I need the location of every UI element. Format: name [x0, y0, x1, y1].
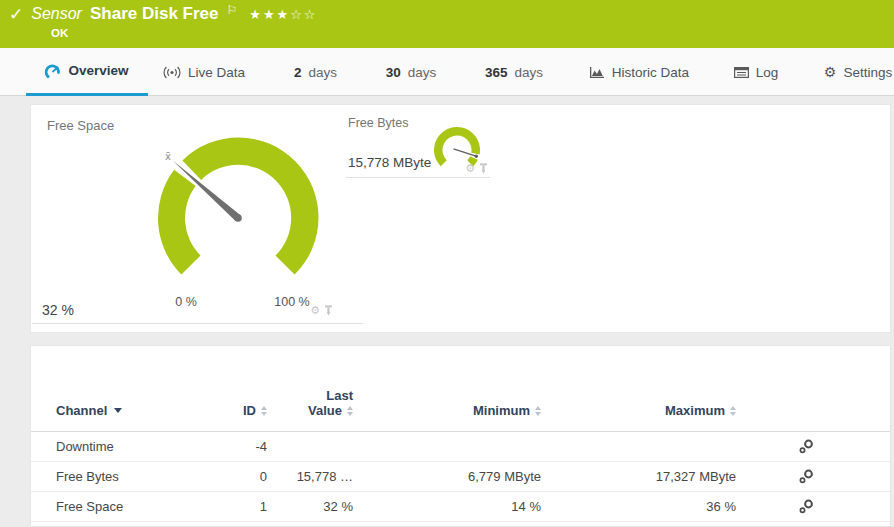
tab-label: Historic Data [612, 65, 689, 80]
edit-channel-button[interactable] [736, 469, 814, 484]
tab-number: 2 [294, 65, 302, 80]
tab-label: Overview [68, 63, 128, 78]
sensor-title: Share Disk Free [90, 4, 219, 24]
channel-settings-gears-icon [799, 469, 814, 484]
tab-label: days [515, 65, 544, 80]
channel-name[interactable]: Free Space [56, 499, 206, 514]
tab-365-days[interactable]: 365days [478, 48, 550, 96]
live-data-icon [163, 66, 181, 79]
tab-label: days [408, 65, 437, 80]
flag-icon[interactable]: ⚐ [226, 3, 237, 17]
column-label: Value [308, 403, 342, 418]
edit-channel-button[interactable] [736, 499, 814, 514]
tab-overview[interactable]: Overview [26, 48, 148, 96]
tab-bar: Overview Live Data 2days 30days 365days … [0, 48, 894, 96]
tab-settings[interactable]: ⚙ Settings [822, 48, 894, 96]
channel-name[interactable]: Free Bytes [56, 469, 206, 484]
overview-gauges-panel: Free Space x̄ 0 % 100 % 32 % ⚙ Fr [30, 104, 891, 333]
column-label: Channel [56, 403, 107, 418]
tab-label: Log [756, 65, 779, 80]
table-row-free-space: Free Space 1 32 % 14 % 36 % [31, 492, 890, 522]
channel-settings-gears-icon [799, 439, 814, 454]
log-icon [734, 67, 749, 78]
column-label: Last [326, 388, 353, 403]
channel-id: 0 [206, 469, 267, 484]
tab-historic-data[interactable]: Historic Data [586, 48, 692, 96]
pin-icon[interactable] [324, 305, 333, 316]
gauge-icon [45, 64, 61, 78]
gauge-current-value: 32 % [42, 302, 74, 318]
historic-data-icon [589, 66, 605, 79]
channel-maximum: 36 % [541, 499, 736, 514]
sensor-type-label: Sensor [31, 5, 82, 23]
gauge-scale-min-label: 0 % [161, 295, 211, 309]
stars-filled[interactable]: ★★★ [249, 7, 290, 22]
pin-icon[interactable] [479, 163, 488, 174]
average-marker: x̄ [165, 151, 171, 162]
tab-label: days [308, 65, 337, 80]
channels-table-header: Channel ID Last Value Minimum [31, 346, 890, 432]
gauge-settings-gear-icon[interactable]: ⚙ [310, 305, 320, 316]
channel-minimum: 14 % [353, 499, 541, 514]
gauge-settings-gear-icon[interactable]: ⚙ [465, 163, 475, 174]
sort-desc-icon [114, 408, 122, 413]
column-header-minimum[interactable]: Minimum [353, 403, 541, 418]
column-header-id[interactable]: ID [206, 403, 267, 418]
channel-minimum: 6,779 MByte [353, 469, 541, 484]
tab-live-data[interactable]: Live Data [158, 48, 250, 96]
tab-number: 30 [386, 65, 401, 80]
gauge-title: Free Space [47, 118, 114, 133]
gauge-free-bytes: Free Bytes 15,778 MByte ⚙ [346, 105, 490, 178]
sensor-status-header: ✓ Sensor Share Disk Free ⚐ ★★★☆☆ OK [0, 0, 894, 48]
channels-table-panel: Channel ID Last Value Minimum [30, 345, 891, 527]
sensor-status-badge: OK [51, 27, 68, 39]
free-space-gauge-dial [138, 118, 338, 318]
channel-id: 1 [206, 499, 267, 514]
channel-name[interactable]: Downtime [56, 439, 206, 454]
gauge-free-space: Free Space x̄ 0 % 100 % 32 % ⚙ [32, 105, 363, 324]
column-label: Minimum [473, 403, 530, 418]
tab-number: 365 [485, 65, 508, 80]
channel-maximum: 17,327 MByte [541, 469, 736, 484]
tab-label: Settings [843, 65, 892, 80]
gauge-title: Free Bytes [348, 116, 408, 130]
channel-settings-gears-icon [799, 499, 814, 514]
channel-id: -4 [206, 439, 267, 454]
channel-last-value: 32 % [267, 499, 353, 514]
settings-gear-icon: ⚙ [824, 65, 837, 79]
table-row-downtime: Downtime -4 [31, 432, 890, 462]
sensor-title-row: ✓ Sensor Share Disk Free ⚐ ★★★☆☆ [9, 4, 318, 24]
gauge-current-value: 15,778 MByte [348, 155, 431, 170]
tab-2-days[interactable]: 2days [288, 48, 343, 96]
column-label: ID [243, 403, 256, 418]
table-row-free-bytes: Free Bytes 0 15,778 … 6,779 MByte 17,327… [31, 462, 890, 492]
tab-log[interactable]: Log [728, 48, 784, 96]
channel-last-value: 15,778 … [267, 469, 353, 484]
column-label: Maximum [665, 403, 725, 418]
column-header-maximum[interactable]: Maximum [541, 403, 736, 418]
edit-channel-button[interactable] [736, 439, 814, 454]
sort-icon [730, 406, 736, 416]
tab-label: Live Data [188, 65, 245, 80]
stars-empty[interactable]: ☆☆ [290, 7, 317, 22]
column-header-last-value[interactable]: Last Value [267, 388, 353, 418]
priority-stars[interactable]: ★★★☆☆ [249, 7, 317, 22]
tab-30-days[interactable]: 30days [378, 48, 444, 96]
status-ok-check-icon: ✓ [9, 6, 23, 23]
column-header-channel[interactable]: Channel [56, 403, 206, 418]
